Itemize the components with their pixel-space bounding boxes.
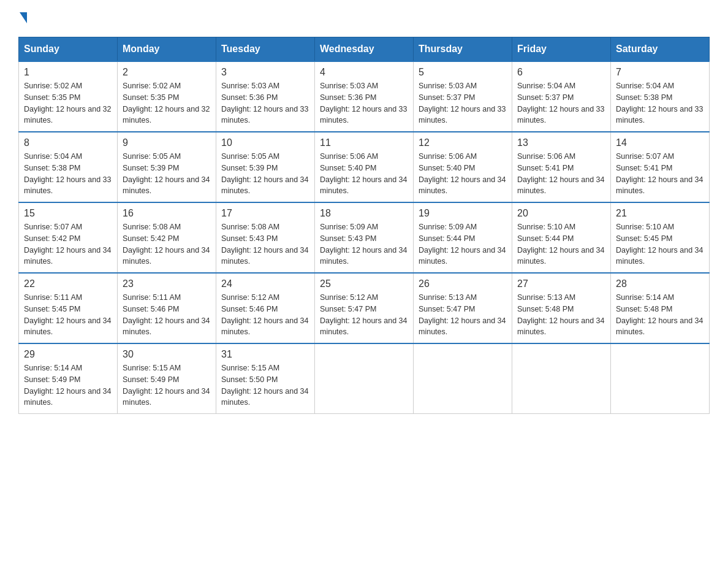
- day-info: Sunrise: 5:07 AMSunset: 5:41 PMDaylight:…: [616, 151, 704, 197]
- day-info: Sunrise: 5:08 AMSunset: 5:42 PMDaylight:…: [123, 221, 211, 267]
- day-number: 31: [221, 349, 309, 360]
- day-info: Sunrise: 5:07 AMSunset: 5:42 PMDaylight:…: [24, 221, 112, 267]
- calendar-cell: 22Sunrise: 5:11 AMSunset: 5:45 PMDayligh…: [19, 273, 118, 343]
- day-number: 3: [221, 67, 309, 78]
- day-number: 30: [123, 349, 211, 360]
- day-info: Sunrise: 5:06 AMSunset: 5:40 PMDaylight:…: [320, 151, 408, 197]
- weekday-header-row: SundayMondayTuesdayWednesdayThursdayFrid…: [19, 37, 710, 62]
- calendar-cell: 5Sunrise: 5:03 AMSunset: 5:37 PMDaylight…: [414, 61, 512, 132]
- calendar-cell: 27Sunrise: 5:13 AMSunset: 5:48 PMDayligh…: [512, 273, 611, 343]
- day-info: Sunrise: 5:12 AMSunset: 5:46 PMDaylight:…: [221, 292, 309, 338]
- weekday-header-friday: Friday: [512, 37, 611, 62]
- calendar-cell: 20Sunrise: 5:10 AMSunset: 5:44 PMDayligh…: [512, 202, 611, 273]
- day-info: Sunrise: 5:14 AMSunset: 5:48 PMDaylight:…: [616, 292, 704, 338]
- day-info: Sunrise: 5:15 AMSunset: 5:50 PMDaylight:…: [221, 362, 309, 408]
- day-number: 26: [419, 278, 507, 289]
- day-info: Sunrise: 5:13 AMSunset: 5:47 PMDaylight:…: [419, 292, 507, 338]
- day-number: 1: [24, 67, 112, 78]
- day-number: 28: [616, 278, 704, 289]
- calendar-cell: 14Sunrise: 5:07 AMSunset: 5:41 PMDayligh…: [611, 132, 710, 202]
- day-info: Sunrise: 5:04 AMSunset: 5:38 PMDaylight:…: [616, 80, 704, 126]
- calendar-week-1: 1Sunrise: 5:02 AMSunset: 5:35 PMDaylight…: [19, 61, 710, 132]
- day-number: 12: [419, 137, 507, 148]
- calendar-cell: 16Sunrise: 5:08 AMSunset: 5:42 PMDayligh…: [118, 202, 216, 273]
- day-number: 19: [419, 208, 507, 219]
- calendar-cell: 19Sunrise: 5:09 AMSunset: 5:44 PMDayligh…: [414, 202, 512, 273]
- calendar-cell: 17Sunrise: 5:08 AMSunset: 5:43 PMDayligh…: [216, 202, 315, 273]
- day-info: Sunrise: 5:02 AMSunset: 5:35 PMDaylight:…: [24, 80, 112, 126]
- calendar-cell: 6Sunrise: 5:04 AMSunset: 5:37 PMDaylight…: [512, 61, 611, 132]
- logo: [18, 12, 27, 25]
- day-info: Sunrise: 5:04 AMSunset: 5:38 PMDaylight:…: [24, 151, 112, 197]
- weekday-header-sunday: Sunday: [19, 37, 118, 62]
- calendar-cell: 24Sunrise: 5:12 AMSunset: 5:46 PMDayligh…: [216, 273, 315, 343]
- calendar-cell: 13Sunrise: 5:06 AMSunset: 5:41 PMDayligh…: [512, 132, 611, 202]
- day-info: Sunrise: 5:12 AMSunset: 5:47 PMDaylight:…: [320, 292, 408, 338]
- day-info: Sunrise: 5:09 AMSunset: 5:44 PMDaylight:…: [419, 221, 507, 267]
- weekday-header-wednesday: Wednesday: [315, 37, 414, 62]
- calendar-cell: 9Sunrise: 5:05 AMSunset: 5:39 PMDaylight…: [118, 132, 216, 202]
- day-number: 11: [320, 137, 408, 148]
- calendar-cell: 2Sunrise: 5:02 AMSunset: 5:35 PMDaylight…: [118, 61, 216, 132]
- day-info: Sunrise: 5:10 AMSunset: 5:44 PMDaylight:…: [517, 221, 605, 267]
- day-number: 10: [221, 137, 309, 148]
- day-number: 25: [320, 278, 408, 289]
- day-number: 29: [24, 349, 112, 360]
- calendar-week-4: 22Sunrise: 5:11 AMSunset: 5:45 PMDayligh…: [19, 273, 710, 343]
- calendar-cell: 12Sunrise: 5:06 AMSunset: 5:40 PMDayligh…: [414, 132, 512, 202]
- calendar-cell: 18Sunrise: 5:09 AMSunset: 5:43 PMDayligh…: [315, 202, 414, 273]
- logo-triangle-icon: [20, 12, 27, 23]
- day-info: Sunrise: 5:08 AMSunset: 5:43 PMDaylight:…: [221, 221, 309, 267]
- day-number: 6: [517, 67, 605, 78]
- calendar-cell: 10Sunrise: 5:05 AMSunset: 5:39 PMDayligh…: [216, 132, 315, 202]
- day-number: 13: [517, 137, 605, 148]
- day-info: Sunrise: 5:06 AMSunset: 5:40 PMDaylight:…: [419, 151, 507, 197]
- weekday-header-thursday: Thursday: [414, 37, 512, 62]
- calendar-cell: 31Sunrise: 5:15 AMSunset: 5:50 PMDayligh…: [216, 343, 315, 414]
- calendar-week-5: 29Sunrise: 5:14 AMSunset: 5:49 PMDayligh…: [19, 343, 710, 414]
- day-number: 2: [123, 67, 211, 78]
- day-number: 18: [320, 208, 408, 219]
- day-number: 20: [517, 208, 605, 219]
- day-info: Sunrise: 5:13 AMSunset: 5:48 PMDaylight:…: [517, 292, 605, 338]
- day-info: Sunrise: 5:04 AMSunset: 5:37 PMDaylight:…: [517, 80, 605, 126]
- calendar-cell: 11Sunrise: 5:06 AMSunset: 5:40 PMDayligh…: [315, 132, 414, 202]
- day-number: 23: [123, 278, 211, 289]
- weekday-header-monday: Monday: [118, 37, 216, 62]
- day-info: Sunrise: 5:11 AMSunset: 5:46 PMDaylight:…: [123, 292, 211, 338]
- day-number: 22: [24, 278, 112, 289]
- calendar-week-3: 15Sunrise: 5:07 AMSunset: 5:42 PMDayligh…: [19, 202, 710, 273]
- day-info: Sunrise: 5:02 AMSunset: 5:35 PMDaylight:…: [123, 80, 211, 126]
- day-number: 4: [320, 67, 408, 78]
- day-info: Sunrise: 5:05 AMSunset: 5:39 PMDaylight:…: [123, 151, 211, 197]
- day-number: 16: [123, 208, 211, 219]
- day-number: 24: [221, 278, 309, 289]
- calendar-cell: 1Sunrise: 5:02 AMSunset: 5:35 PMDaylight…: [19, 61, 118, 132]
- weekday-header-tuesday: Tuesday: [216, 37, 315, 62]
- day-number: 5: [419, 67, 507, 78]
- day-number: 8: [24, 137, 112, 148]
- day-info: Sunrise: 5:03 AMSunset: 5:36 PMDaylight:…: [320, 80, 408, 126]
- day-info: Sunrise: 5:11 AMSunset: 5:45 PMDaylight:…: [24, 292, 112, 338]
- weekday-header-saturday: Saturday: [611, 37, 710, 62]
- calendar-cell: [512, 343, 611, 414]
- day-info: Sunrise: 5:03 AMSunset: 5:37 PMDaylight:…: [419, 80, 507, 126]
- day-info: Sunrise: 5:03 AMSunset: 5:36 PMDaylight:…: [221, 80, 309, 126]
- day-info: Sunrise: 5:14 AMSunset: 5:49 PMDaylight:…: [24, 362, 112, 408]
- day-info: Sunrise: 5:09 AMSunset: 5:43 PMDaylight:…: [320, 221, 408, 267]
- calendar-cell: 30Sunrise: 5:15 AMSunset: 5:49 PMDayligh…: [118, 343, 216, 414]
- calendar-table: SundayMondayTuesdayWednesdayThursdayFrid…: [18, 37, 710, 414]
- day-number: 15: [24, 208, 112, 219]
- page-header: [18, 12, 710, 25]
- calendar-cell: [611, 343, 710, 414]
- calendar-cell: 4Sunrise: 5:03 AMSunset: 5:36 PMDaylight…: [315, 61, 414, 132]
- day-info: Sunrise: 5:06 AMSunset: 5:41 PMDaylight:…: [517, 151, 605, 197]
- day-number: 21: [616, 208, 704, 219]
- day-number: 7: [616, 67, 704, 78]
- calendar-cell: 25Sunrise: 5:12 AMSunset: 5:47 PMDayligh…: [315, 273, 414, 343]
- calendar-cell: [315, 343, 414, 414]
- calendar-cell: 3Sunrise: 5:03 AMSunset: 5:36 PMDaylight…: [216, 61, 315, 132]
- day-info: Sunrise: 5:15 AMSunset: 5:49 PMDaylight:…: [123, 362, 211, 408]
- day-number: 9: [123, 137, 211, 148]
- calendar-cell: 29Sunrise: 5:14 AMSunset: 5:49 PMDayligh…: [19, 343, 118, 414]
